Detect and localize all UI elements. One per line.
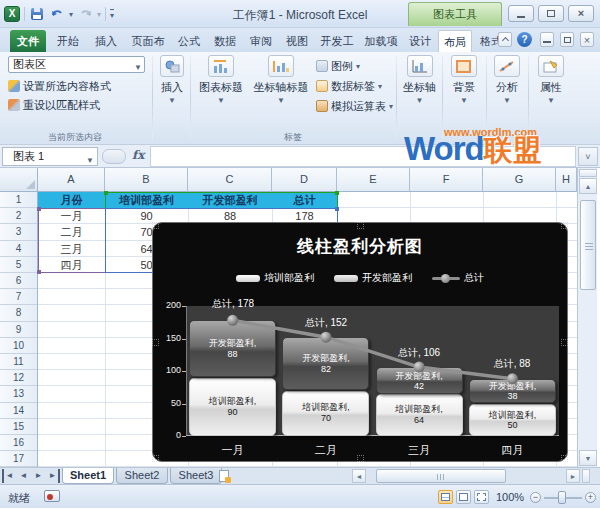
prev-sheet-button[interactable]: ◄: [17, 469, 30, 483]
insert-button[interactable]: 插入 ▼: [155, 55, 189, 105]
column-header-A[interactable]: A: [38, 168, 105, 192]
row-header-7[interactable]: 7: [0, 289, 37, 305]
chart-legend[interactable]: 培训部盈利 开发部盈利 总计: [153, 271, 567, 285]
insert-worksheet-button[interactable]: [219, 470, 239, 483]
next-sheet-button[interactable]: ►: [32, 469, 45, 483]
doc-close-button[interactable]: ×: [580, 32, 594, 47]
last-sheet-button[interactable]: ►: [47, 469, 60, 483]
chart-title[interactable]: 线柱盈利分析图: [153, 235, 567, 258]
chart-selection-handle[interactable]: [152, 455, 159, 462]
tab-file[interactable]: 文件: [10, 30, 46, 52]
tab-review[interactable]: 审阅: [244, 30, 278, 52]
doc-minimize-button[interactable]: [540, 32, 554, 47]
tab-formulas[interactable]: 公式: [172, 30, 206, 52]
row-header-10[interactable]: 10: [0, 338, 37, 354]
row-header-16[interactable]: 16: [0, 435, 37, 451]
restore-button[interactable]: [538, 5, 564, 22]
sheet-tab-sheet3[interactable]: Sheet3: [170, 468, 222, 484]
chart-selection-handle[interactable]: [152, 222, 159, 229]
tab-layout-active[interactable]: 布局: [438, 30, 472, 52]
tab-insert[interactable]: 插入: [88, 30, 124, 52]
column-header-D[interactable]: D: [272, 168, 337, 192]
tab-developer[interactable]: 开发工: [316, 30, 358, 52]
chart-selection-handle[interactable]: [357, 222, 364, 229]
cell-C1[interactable]: 开发部盈利: [188, 192, 272, 208]
column-header-H[interactable]: H: [556, 168, 577, 192]
tab-page-layout[interactable]: 页面布: [126, 30, 170, 52]
row-header-11[interactable]: 11: [0, 354, 37, 370]
doc-restore-button[interactable]: [560, 32, 574, 47]
total-label-feb[interactable]: 总计, 152: [281, 316, 371, 330]
vertical-scrollbar[interactable]: ▲ ▼: [577, 168, 597, 467]
cell-A1[interactable]: 月份: [38, 192, 105, 208]
sheet-tab-sheet2[interactable]: Sheet2: [116, 468, 168, 484]
tab-data[interactable]: 数据: [208, 30, 242, 52]
total-marker-apr[interactable]: [507, 373, 518, 384]
hscroll-split-handle[interactable]: [582, 469, 590, 483]
row-header-8[interactable]: 8: [0, 305, 37, 321]
chart-title-button[interactable]: 图表标题 ▼: [194, 55, 248, 105]
cell-D1[interactable]: 总计: [272, 192, 337, 208]
column-header-G[interactable]: G: [483, 168, 556, 192]
total-label-mar[interactable]: 总计, 106: [374, 346, 464, 360]
chart-selection-handle[interactable]: [561, 222, 568, 229]
total-label-apr[interactable]: 总计, 88: [467, 357, 557, 371]
vscroll-split-handle[interactable]: [579, 169, 597, 177]
chart-selection-handle[interactable]: [561, 455, 568, 462]
tab-addins[interactable]: 加载项: [360, 30, 402, 52]
name-box[interactable]: 图表 1 ▼: [2, 147, 98, 166]
cell-B1[interactable]: 培训部盈利: [105, 192, 188, 208]
collapse-ribbon-button[interactable]: [498, 32, 512, 47]
formula-input[interactable]: [150, 146, 576, 167]
cell-A4[interactable]: 三月: [38, 241, 105, 257]
total-label-jan[interactable]: 总计, 178: [188, 297, 278, 311]
horizontal-scrollbar[interactable]: ◄ ►: [352, 469, 596, 484]
axes-button[interactable]: 坐标轴 ▼: [399, 55, 440, 105]
sheet-tab-sheet1[interactable]: Sheet1: [62, 468, 114, 484]
row-header-13[interactable]: 13: [0, 386, 37, 402]
format-selection-button[interactable]: 设置所选内容格式: [8, 78, 111, 94]
hscroll-right-button[interactable]: ►: [566, 469, 580, 483]
hscroll-thumb[interactable]: [376, 469, 506, 483]
insert-function-button[interactable]: fx: [132, 148, 144, 162]
row-header-1[interactable]: 1: [0, 192, 37, 208]
zoom-slider-thumb[interactable]: [558, 491, 566, 504]
record-macro-icon[interactable]: [44, 490, 60, 502]
column-header-C[interactable]: C: [188, 168, 272, 192]
zoom-out-button[interactable]: −: [530, 492, 541, 503]
data-labels-button[interactable]: 数据标签 ▾: [316, 78, 382, 94]
row-header-6[interactable]: 6: [0, 273, 37, 289]
select-all-corner[interactable]: [0, 168, 38, 192]
chart-selection-handle[interactable]: [561, 339, 568, 346]
close-button[interactable]: ×: [568, 5, 594, 22]
vscroll-up-button[interactable]: ▲: [579, 178, 597, 194]
cell-A5[interactable]: 四月: [38, 257, 105, 273]
chart-selection-handle[interactable]: [152, 339, 159, 346]
properties-button[interactable]: 属性 ▼: [531, 55, 571, 105]
cell-A3[interactable]: 二月: [38, 224, 105, 240]
vscroll-down-button[interactable]: ▼: [579, 450, 597, 466]
reset-to-match-style-button[interactable]: 重设以匹配样式: [8, 97, 100, 113]
legend-button[interactable]: 图例 ▾: [316, 58, 360, 74]
background-button[interactable]: 背景 ▼: [445, 55, 483, 105]
total-marker-mar[interactable]: [414, 362, 425, 373]
column-header-B[interactable]: B: [105, 168, 188, 192]
vscroll-thumb[interactable]: [580, 200, 596, 290]
row-header-3[interactable]: 3: [0, 224, 37, 240]
column-header-E[interactable]: E: [337, 168, 410, 192]
expand-formula-bar-button[interactable]: ˅: [578, 147, 598, 166]
legend-item-dev[interactable]: 开发部盈利: [334, 271, 412, 285]
legend-item-train[interactable]: 培训部盈利: [236, 271, 314, 285]
analysis-button[interactable]: 分析 ▼: [489, 55, 525, 105]
zoom-level[interactable]: 100%: [496, 491, 524, 503]
total-marker-feb[interactable]: [320, 332, 331, 343]
cell-A2[interactable]: 一月: [38, 208, 105, 224]
legend-item-total[interactable]: 总计: [432, 271, 484, 285]
chart-object[interactable]: 线柱盈利分析图 培训部盈利 开发部盈利 总计 200 150 100 50 0: [152, 222, 568, 462]
chart-elements-combo[interactable]: 图表区 ▼: [8, 56, 145, 73]
total-marker-jan[interactable]: [227, 315, 238, 326]
page-layout-view-button[interactable]: [456, 490, 471, 504]
tab-view[interactable]: 视图: [280, 30, 314, 52]
normal-view-button[interactable]: [438, 490, 453, 504]
total-line-series[interactable]: [186, 306, 559, 436]
